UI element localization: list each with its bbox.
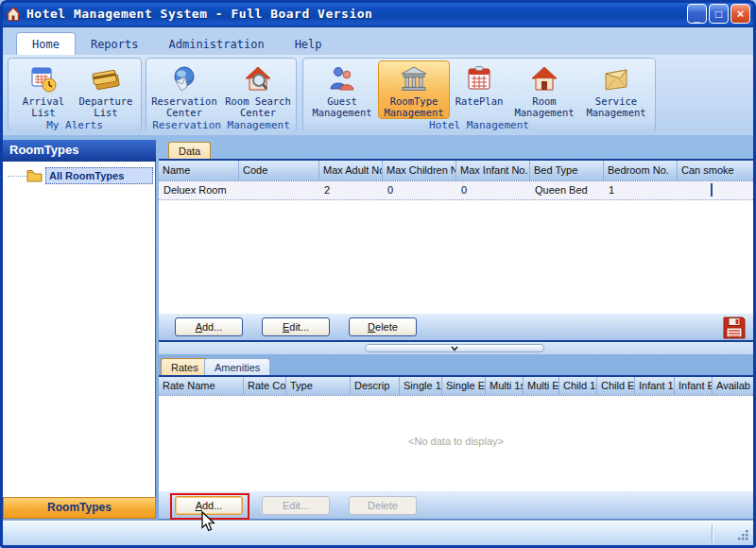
column-header-bedroom-no[interactable]: Bedroom No. [604, 161, 678, 180]
reservation-center-button[interactable]: Reservation Center [147, 60, 221, 119]
tab-data[interactable]: Data [168, 142, 211, 159]
cell-bed-type: Queen Bed [530, 181, 604, 199]
column-header-single-ext[interactable]: Single E [442, 377, 486, 395]
cell-max-infant: 0 [456, 181, 530, 199]
minimize-button[interactable]: _ [687, 4, 707, 24]
maximize-button[interactable]: □ [709, 4, 729, 24]
column-header-available[interactable]: Availab [713, 377, 753, 395]
cell-code [239, 181, 319, 199]
column-header-max-infant[interactable]: Max Infant No. [456, 161, 530, 180]
group-caption-hotel-management: Hotel Management [303, 119, 655, 132]
column-header-child-1st[interactable]: Child 1s [559, 377, 597, 395]
add-rate-button[interactable]: Add... [175, 496, 243, 515]
rateplan-button[interactable]: RatePlan [450, 60, 508, 119]
rates-tabstrip: Rates Amenities [159, 354, 753, 375]
column-header-infant-ext[interactable]: Infant E [675, 377, 713, 395]
delete-roomtype-button[interactable]: Delete [349, 317, 417, 336]
ribbon-toolbar: Arrival List Departure List [3, 55, 753, 135]
rateplan-label: RatePlan [455, 95, 504, 107]
house-icon [528, 63, 560, 95]
tree-item-all-roomtypes[interactable]: All RoomTypes [3, 166, 155, 185]
app-window: Hotel Management System - Full Board Ver… [0, 0, 756, 548]
column-header-multi-ext[interactable]: Multi E: [524, 377, 559, 395]
roomtypes-tree: All RoomTypes [3, 162, 156, 497]
tab-rates[interactable]: Rates [161, 358, 209, 375]
column-header-description[interactable]: Descrip [351, 377, 400, 395]
resize-grip-icon[interactable] [737, 529, 749, 541]
bank-icon [398, 63, 430, 95]
column-header-bed-type[interactable]: Bed Type [530, 161, 604, 180]
calendar-icon [463, 63, 495, 95]
rates-grid-header: Rate Name Rate Co Type Descrip Single 1 … [159, 377, 753, 396]
tree-item-label: All RoomTypes [45, 167, 153, 184]
title-bar: Hotel Management System - Full Board Ver… [0, 0, 756, 27]
roomtypes-nav-button[interactable]: RoomTypes [3, 497, 156, 519]
roomtype-management-button[interactable]: RoomType Management [378, 60, 450, 119]
edit-rate-button: Edit... [262, 496, 330, 515]
column-header-infant-1st[interactable]: Infant 1: [635, 377, 675, 395]
folder-icon [26, 169, 43, 182]
column-header-rate-name[interactable]: Rate Name [159, 377, 244, 395]
rates-grid: Rate Name Rate Co Type Descrip Single 1 … [159, 375, 753, 491]
departure-list-label: Departure List [76, 95, 136, 118]
window-title: Hotel Management System - Full Board Ver… [26, 7, 687, 21]
people-icon [326, 63, 358, 95]
credit-cards-icon [90, 63, 122, 95]
column-header-multi-1st[interactable]: Multi 1s [486, 377, 524, 395]
data-tabstrip: Data [159, 135, 753, 159]
column-header-type[interactable]: Type [286, 377, 351, 395]
column-header-rate-code[interactable]: Rate Co [244, 377, 286, 395]
menu-bar: Home Reports Administration Help [3, 27, 753, 55]
cell-max-adult: 2 [319, 181, 383, 199]
room-management-label: Room Management [509, 95, 579, 118]
column-header-name[interactable]: Name [159, 161, 239, 180]
service-management-label: Service Management [581, 95, 651, 118]
rates-button-strip: Add... Edit... Delete [159, 491, 753, 520]
chevron-down-icon [450, 345, 459, 352]
guest-management-button[interactable]: Guest Management [306, 60, 378, 119]
room-management-button[interactable]: Room Management [508, 60, 580, 119]
tab-administration[interactable]: Administration [153, 33, 279, 55]
cell-name: Deluex Room [159, 181, 239, 199]
splitter-handle[interactable] [365, 344, 544, 352]
edit-roomtype-button[interactable]: Edit... [262, 317, 330, 336]
status-separator [712, 524, 713, 542]
roomtype-management-label: RoomType Management [379, 95, 449, 118]
arrival-list-button[interactable]: Arrival List [12, 60, 75, 119]
tab-home[interactable]: Home [16, 32, 76, 55]
cell-bedroom-no: 1 [604, 181, 678, 199]
floppy-disk-icon[interactable] [721, 315, 747, 345]
tree-connector [8, 176, 26, 177]
room-search-center-button[interactable]: Room Search Center [221, 60, 295, 119]
group-caption-my-alerts: My Alerts [9, 119, 141, 132]
roomtype-grid: Name Code Max Adult No. Max Children N M… [159, 159, 753, 314]
can-smoke-checkbox[interactable] [711, 183, 713, 197]
table-row[interactable]: Deluex Room 2 0 0 Queen Bed 1 [159, 181, 753, 200]
room-search-center-label: Room Search Center [222, 95, 294, 118]
tab-help[interactable]: Help [280, 33, 337, 55]
reservation-center-label: Reservation Center [148, 95, 220, 118]
add-roomtype-button[interactable]: Add... [175, 317, 243, 336]
column-header-single-1st[interactable]: Single 1 [400, 377, 442, 395]
tab-reports[interactable]: Reports [76, 33, 154, 55]
service-management-button[interactable]: Service Management [580, 60, 652, 119]
departure-list-button[interactable]: Departure List [75, 60, 137, 119]
sidebar-header: RoomTypes [3, 140, 156, 162]
column-header-max-children[interactable]: Max Children N [383, 161, 456, 180]
column-header-child-ext[interactable]: Child E [597, 377, 635, 395]
ribbon-group-reservation-management: Reservation Center Room Search Center Re… [146, 58, 297, 132]
column-header-max-adult[interactable]: Max Adult No. [319, 161, 383, 180]
close-button[interactable]: × [730, 4, 750, 24]
globe-envelope-icon [168, 63, 200, 95]
guest-management-label: Guest Management [307, 95, 377, 118]
delete-rate-button: Delete [349, 496, 417, 515]
column-header-can-smoke[interactable]: Can smoke [678, 161, 753, 180]
status-bar [3, 521, 753, 545]
app-house-icon [6, 7, 21, 22]
roomtype-button-strip: Add... Edit... Delete [159, 314, 753, 342]
tab-amenities[interactable]: Amenities [204, 358, 270, 375]
panel-splitter[interactable] [159, 342, 753, 354]
column-header-code[interactable]: Code [239, 161, 319, 180]
ribbon-group-hotel-management: Guest Management RoomType Manageme [302, 58, 656, 132]
group-caption-reservation-management: Reservation Management [146, 119, 296, 132]
